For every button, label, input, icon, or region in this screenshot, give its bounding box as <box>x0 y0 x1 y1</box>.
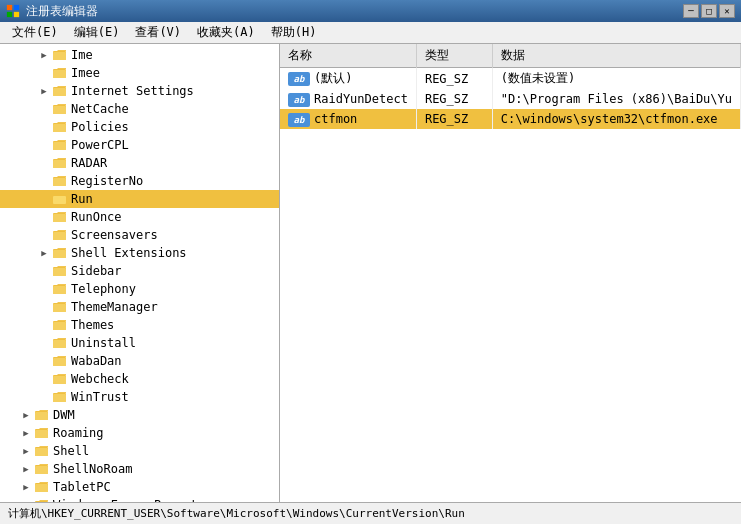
expand-icon-sidebar <box>36 263 52 279</box>
ab-icon-ctfmon: ab <box>288 113 310 127</box>
menu-favorites[interactable]: 收藏夹(A) <box>189 22 263 43</box>
tree-item-sidebar[interactable]: Sidebar <box>0 262 279 280</box>
svg-rect-45 <box>35 412 48 420</box>
tree-item-webcheck[interactable]: Webcheck <box>0 370 279 388</box>
tree-item-shell[interactable]: ▶ Shell <box>0 442 279 460</box>
svg-rect-41 <box>53 376 66 384</box>
expand-icon-shell: ▶ <box>18 443 34 459</box>
tree-label-radar: RADAR <box>71 156 107 170</box>
tree-label-windows-error-report: Windows Error Report... <box>53 498 219 502</box>
folder-icon-tabletpc <box>34 480 50 494</box>
tree-item-registerno[interactable]: RegisterNo <box>0 172 279 190</box>
folder-icon-shell <box>34 444 50 458</box>
folder-icon-ime <box>52 48 68 62</box>
folder-icon-shellnoroam <box>34 462 50 476</box>
ab-icon-raidyundetect: ab <box>288 93 310 107</box>
menu-bar: 文件(E)编辑(E)查看(V)收藏夹(A)帮助(H) <box>0 22 741 44</box>
cell-type-ctfmon: REG_SZ <box>416 109 492 129</box>
expand-icon-screensavers <box>36 227 52 243</box>
expand-icon-themes <box>36 317 52 333</box>
tree-label-runonce: RunOnce <box>71 210 122 224</box>
svg-rect-21 <box>53 196 66 204</box>
tree-item-roaming[interactable]: ▶ Roaming <box>0 424 279 442</box>
svg-rect-23 <box>53 214 66 222</box>
folder-icon-wintrust <box>52 390 68 404</box>
folder-icon-dwm <box>34 408 50 422</box>
tree-item-wabadan[interactable]: WabaDan <box>0 352 279 370</box>
tree-container[interactable]: ▶ Ime Imee▶ Internet Settings NetCache P… <box>0 44 279 502</box>
tree-item-shell-extensions[interactable]: ▶ Shell Extensions <box>0 244 279 262</box>
expand-icon-powercpl <box>36 137 52 153</box>
tree-item-screensavers[interactable]: Screensavers <box>0 226 279 244</box>
svg-rect-53 <box>35 484 48 492</box>
svg-rect-15 <box>53 142 66 150</box>
tree-item-wintrust[interactable]: WinTrust <box>0 388 279 406</box>
expand-icon-run <box>36 191 52 207</box>
close-button[interactable]: ✕ <box>719 4 735 18</box>
folder-icon-runonce <box>52 210 68 224</box>
tree-item-themes[interactable]: Themes <box>0 316 279 334</box>
tree-label-ime: Ime <box>71 48 93 62</box>
status-path: 计算机\HKEY_CURRENT_USER\Software\Microsoft… <box>8 506 465 521</box>
expand-icon-netcache <box>36 101 52 117</box>
tree-label-imee: Imee <box>71 66 100 80</box>
tree-item-telephony[interactable]: Telephony <box>0 280 279 298</box>
tree-item-shellnoroam[interactable]: ▶ ShellNoRoam <box>0 460 279 478</box>
table-body: ab(默认)REG_SZ(数值未设置)abRaidYunDetectREG_SZ… <box>280 68 741 130</box>
tree-item-thememanager[interactable]: ThemeManager <box>0 298 279 316</box>
tree-item-windows-error-report[interactable]: ▶ Windows Error Report... <box>0 496 279 502</box>
menu-help[interactable]: 帮助(H) <box>263 22 325 43</box>
tree-item-radar[interactable]: RADAR <box>0 154 279 172</box>
tree-item-ime[interactable]: ▶ Ime <box>0 46 279 64</box>
tree-item-imee[interactable]: Imee <box>0 64 279 82</box>
col-type-header[interactable]: 类型 <box>416 44 492 68</box>
tree-label-roaming: Roaming <box>53 426 104 440</box>
tree-item-netcache[interactable]: NetCache <box>0 100 279 118</box>
svg-rect-11 <box>53 106 66 114</box>
cell-name-ctfmon: abctfmon <box>280 109 416 129</box>
tree-item-internet-settings[interactable]: ▶ Internet Settings <box>0 82 279 100</box>
table-row-default[interactable]: ab(默认)REG_SZ(数值未设置) <box>280 68 741 90</box>
tree-label-wabadan: WabaDan <box>71 354 122 368</box>
right-panel: 名称 类型 数据 ab(默认)REG_SZ(数值未设置)abRaidYunDet… <box>280 44 741 502</box>
svg-rect-29 <box>53 268 66 276</box>
expand-icon-webcheck <box>36 371 52 387</box>
table-header: 名称 类型 数据 <box>280 44 741 68</box>
table-row-ctfmon[interactable]: abctfmonREG_SZC:\windows\system32\ctfmon… <box>280 109 741 129</box>
tree-item-dwm[interactable]: ▶ DWM <box>0 406 279 424</box>
svg-rect-49 <box>35 448 48 456</box>
registry-table: 名称 类型 数据 ab(默认)REG_SZ(数值未设置)abRaidYunDet… <box>280 44 741 502</box>
expand-icon-shellnoroam: ▶ <box>18 461 34 477</box>
menu-file[interactable]: 文件(E) <box>4 22 66 43</box>
tree-item-run[interactable]: Run <box>0 190 279 208</box>
folder-icon-powercpl <box>52 138 68 152</box>
tree-item-uninstall[interactable]: Uninstall <box>0 334 279 352</box>
svg-rect-43 <box>53 394 66 402</box>
maximize-button[interactable]: □ <box>701 4 717 18</box>
tree-label-tabletpc: TabletPC <box>53 480 111 494</box>
col-name-header[interactable]: 名称 <box>280 44 416 68</box>
tree-label-uninstall: Uninstall <box>71 336 136 350</box>
menu-edit[interactable]: 编辑(E) <box>66 22 128 43</box>
tree-item-tabletpc[interactable]: ▶ TabletPC <box>0 478 279 496</box>
svg-rect-25 <box>53 232 66 240</box>
tree-panel: ▶ Ime Imee▶ Internet Settings NetCache P… <box>0 44 280 502</box>
folder-icon-windows-error-report <box>34 498 50 502</box>
minimize-button[interactable]: ─ <box>683 4 699 18</box>
expand-icon-radar <box>36 155 52 171</box>
tree-item-policies[interactable]: Policies <box>0 118 279 136</box>
tree-item-runonce[interactable]: RunOnce <box>0 208 279 226</box>
svg-rect-0 <box>7 5 12 10</box>
expand-icon-windows-error-report: ▶ <box>18 497 34 502</box>
svg-rect-5 <box>53 52 66 60</box>
cell-data-ctfmon: C:\windows\system32\ctfmon.exe <box>492 109 740 129</box>
folder-icon-registerno <box>52 174 68 188</box>
expand-icon-dwm: ▶ <box>18 407 34 423</box>
folder-icon-run <box>52 192 68 206</box>
folder-icon-roaming <box>34 426 50 440</box>
col-data-header[interactable]: 数据 <box>492 44 740 68</box>
cell-data-default: (数值未设置) <box>492 68 740 90</box>
table-row-raidyundetect[interactable]: abRaidYunDetectREG_SZ"D:\Program Files (… <box>280 89 741 109</box>
tree-item-powercpl[interactable]: PowerCPL <box>0 136 279 154</box>
menu-view[interactable]: 查看(V) <box>127 22 189 43</box>
